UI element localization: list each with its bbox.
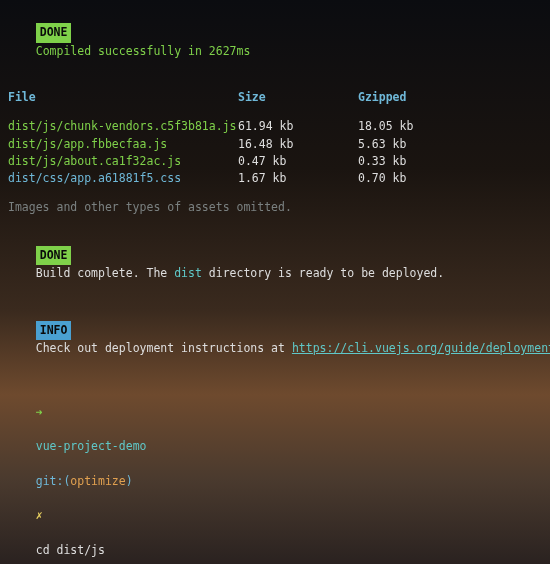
compile-message: Compiled successfully in 2627ms — [36, 44, 251, 58]
prompt-line-1: ➜ vue-project-demo git:(optimize) ✗ cd d… — [8, 387, 542, 565]
done-badge: DONE — [36, 246, 72, 265]
file-cell: dist/js/about.ca1f32ac.js — [8, 153, 238, 170]
size-cell: 16.48 kb — [238, 136, 358, 153]
git-branch: optimize — [70, 474, 125, 488]
col-file-header: File — [8, 89, 238, 106]
deployment-url[interactable]: https://cli.vuejs.org/guide/deployment.h… — [292, 341, 550, 355]
info-badge: INFO — [36, 321, 72, 340]
build-table-row: dist/js/app.fbbecfaa.js16.48 kb5.63 kb — [8, 136, 542, 153]
file-cell: dist/js/app.fbbecfaa.js — [8, 136, 238, 153]
info-line: INFO Check out deployment instructions a… — [8, 304, 542, 375]
size-cell: 61.94 kb — [238, 118, 358, 135]
gzip-cell: 0.70 kb — [358, 170, 542, 187]
prompt-arrow-icon: ➜ — [36, 405, 43, 419]
build-complete-line: DONE Build complete. The dist directory … — [8, 229, 542, 300]
build-table-row: dist/js/about.ca1f32ac.js0.47 kb0.33 kb — [8, 153, 542, 170]
col-gzip-header: Gzipped — [358, 89, 542, 106]
assets-omitted-note: Images and other types of assets omitted… — [8, 199, 542, 216]
info-prefix: Check out deployment instructions at — [36, 341, 292, 355]
gzip-cell: 0.33 kb — [358, 153, 542, 170]
done-badge: DONE — [36, 23, 72, 42]
size-cell: 1.67 kb — [238, 170, 358, 187]
file-cell: dist/css/app.a61881f5.css — [8, 170, 238, 187]
dist-keyword: dist — [174, 266, 202, 280]
compile-status-line: DONE Compiled successfully in 2627ms — [8, 6, 542, 77]
build-complete-prefix: Build complete. The — [36, 266, 174, 280]
git-close: ) — [126, 474, 133, 488]
git-label: git:( — [36, 474, 71, 488]
build-complete-suffix: directory is ready to be deployed. — [202, 266, 444, 280]
gzip-cell: 18.05 kb — [358, 118, 542, 135]
build-table-body: dist/js/chunk-vendors.c5f3b81a.js61.94 k… — [8, 118, 542, 187]
gzip-cell: 5.63 kb — [358, 136, 542, 153]
terminal-output[interactable]: DONE Compiled successfully in 2627ms Fil… — [8, 6, 542, 564]
col-size-header: Size — [238, 89, 358, 106]
file-cell: dist/js/chunk-vendors.c5f3b81a.js — [8, 118, 238, 135]
build-table-header: File Size Gzipped — [8, 89, 542, 106]
build-table-row: dist/js/chunk-vendors.c5f3b81a.js61.94 k… — [8, 118, 542, 135]
cwd: vue-project-demo — [36, 439, 147, 453]
command: cd dist/js — [36, 543, 105, 557]
size-cell: 0.47 kb — [238, 153, 358, 170]
git-dirty-icon: ✗ — [36, 508, 43, 522]
build-table-row: dist/css/app.a61881f5.css1.67 kb0.70 kb — [8, 170, 542, 187]
